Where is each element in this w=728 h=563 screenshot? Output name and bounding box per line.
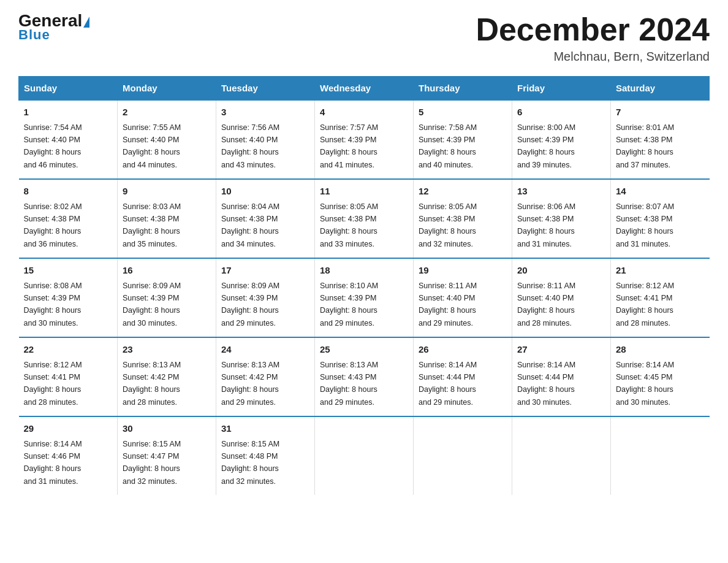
calendar-cell: 3Sunrise: 7:56 AMSunset: 4:40 PMDaylight… [216, 100, 315, 179]
day-info: Sunrise: 8:10 AMSunset: 4:39 PMDaylight:… [320, 282, 378, 327]
calendar-cell: 17Sunrise: 8:09 AMSunset: 4:39 PMDayligh… [216, 258, 315, 337]
calendar-cell: 6Sunrise: 8:00 AMSunset: 4:39 PMDaylight… [512, 100, 611, 179]
calendar-cell: 28Sunrise: 8:14 AMSunset: 4:45 PMDayligh… [611, 337, 710, 416]
calendar-cell [512, 416, 611, 495]
calendar-cell: 7Sunrise: 8:01 AMSunset: 4:38 PMDaylight… [611, 100, 710, 179]
calendar-cell: 14Sunrise: 8:07 AMSunset: 4:38 PMDayligh… [611, 179, 710, 258]
day-info: Sunrise: 8:05 AMSunset: 4:38 PMDaylight:… [320, 202, 378, 248]
calendar-cell: 10Sunrise: 8:04 AMSunset: 4:38 PMDayligh… [216, 179, 315, 258]
calendar-cell: 19Sunrise: 8:11 AMSunset: 4:40 PMDayligh… [414, 258, 512, 337]
calendar-cell [414, 416, 512, 495]
calendar-week-row: 15Sunrise: 8:08 AMSunset: 4:39 PMDayligh… [19, 258, 710, 337]
calendar-cell: 5Sunrise: 7:58 AMSunset: 4:39 PMDaylight… [414, 100, 512, 179]
day-number: 27 [517, 343, 605, 357]
day-info: Sunrise: 8:13 AMSunset: 4:42 PMDaylight:… [123, 361, 181, 407]
calendar-cell: 15Sunrise: 8:08 AMSunset: 4:39 PMDayligh… [19, 258, 118, 337]
day-number: 10 [221, 185, 309, 199]
day-number: 1 [24, 105, 113, 120]
day-info: Sunrise: 8:05 AMSunset: 4:38 PMDaylight:… [419, 202, 477, 248]
calendar-cell: 25Sunrise: 8:13 AMSunset: 4:43 PMDayligh… [315, 337, 414, 416]
calendar-week-row: 8Sunrise: 8:02 AMSunset: 4:38 PMDaylight… [19, 179, 710, 258]
day-info: Sunrise: 7:54 AMSunset: 4:40 PMDaylight:… [24, 123, 82, 169]
calendar-header-row: SundayMondayTuesdayWednesdayThursdayFrid… [19, 77, 710, 101]
col-header-tuesday: Tuesday [216, 77, 315, 101]
day-info: Sunrise: 8:01 AMSunset: 4:38 PMDaylight:… [616, 123, 674, 169]
day-number: 15 [24, 264, 113, 278]
day-info: Sunrise: 8:11 AMSunset: 4:40 PMDaylight:… [517, 282, 575, 327]
day-number: 21 [616, 264, 705, 278]
calendar-cell: 27Sunrise: 8:14 AMSunset: 4:44 PMDayligh… [512, 337, 611, 416]
day-number: 24 [221, 343, 309, 357]
day-info: Sunrise: 7:55 AMSunset: 4:40 PMDaylight:… [123, 123, 181, 169]
day-info: Sunrise: 8:14 AMSunset: 4:44 PMDaylight:… [517, 361, 575, 407]
day-info: Sunrise: 8:09 AMSunset: 4:39 PMDaylight:… [123, 282, 181, 327]
calendar-week-row: 29Sunrise: 8:14 AMSunset: 4:46 PMDayligh… [19, 416, 710, 495]
day-number: 9 [123, 185, 211, 199]
calendar-cell: 31Sunrise: 8:15 AMSunset: 4:48 PMDayligh… [216, 416, 315, 495]
day-info: Sunrise: 8:03 AMSunset: 4:38 PMDaylight:… [123, 202, 181, 248]
day-number: 5 [419, 105, 507, 120]
day-number: 12 [419, 185, 507, 199]
calendar-cell: 13Sunrise: 8:06 AMSunset: 4:38 PMDayligh… [512, 179, 611, 258]
calendar-cell: 16Sunrise: 8:09 AMSunset: 4:39 PMDayligh… [118, 258, 216, 337]
day-number: 7 [616, 105, 705, 120]
page-header: General Blue December 2024 Melchnau, Ber… [18, 12, 710, 64]
day-info: Sunrise: 7:57 AMSunset: 4:39 PMDaylight:… [320, 123, 378, 169]
calendar-week-row: 1Sunrise: 7:54 AMSunset: 4:40 PMDaylight… [19, 100, 710, 179]
day-info: Sunrise: 8:09 AMSunset: 4:39 PMDaylight:… [221, 282, 279, 327]
day-info: Sunrise: 8:08 AMSunset: 4:39 PMDaylight:… [24, 282, 82, 327]
calendar-cell: 8Sunrise: 8:02 AMSunset: 4:38 PMDaylight… [19, 179, 118, 258]
day-number: 22 [24, 343, 113, 357]
day-number: 29 [24, 422, 113, 436]
col-header-monday: Monday [118, 77, 216, 101]
day-info: Sunrise: 8:02 AMSunset: 4:38 PMDaylight:… [24, 202, 82, 248]
calendar-week-row: 22Sunrise: 8:12 AMSunset: 4:41 PMDayligh… [19, 337, 710, 416]
calendar-cell: 2Sunrise: 7:55 AMSunset: 4:40 PMDaylight… [118, 100, 216, 179]
day-info: Sunrise: 8:06 AMSunset: 4:38 PMDaylight:… [517, 202, 575, 248]
day-info: Sunrise: 8:12 AMSunset: 4:41 PMDaylight:… [616, 282, 674, 327]
calendar-cell: 12Sunrise: 8:05 AMSunset: 4:38 PMDayligh… [414, 179, 512, 258]
day-info: Sunrise: 8:14 AMSunset: 4:46 PMDaylight:… [24, 440, 82, 486]
day-number: 31 [221, 422, 309, 436]
col-header-saturday: Saturday [611, 77, 710, 101]
day-info: Sunrise: 8:13 AMSunset: 4:42 PMDaylight:… [221, 361, 279, 407]
day-info: Sunrise: 7:58 AMSunset: 4:39 PMDaylight:… [419, 123, 477, 169]
col-header-wednesday: Wednesday [315, 77, 414, 101]
day-number: 6 [517, 105, 605, 120]
day-number: 26 [419, 343, 507, 357]
month-title: December 2024 [476, 12, 710, 47]
calendar-cell: 20Sunrise: 8:11 AMSunset: 4:40 PMDayligh… [512, 258, 611, 337]
day-info: Sunrise: 8:14 AMSunset: 4:45 PMDaylight:… [616, 361, 674, 407]
calendar-cell: 9Sunrise: 8:03 AMSunset: 4:38 PMDaylight… [118, 179, 216, 258]
calendar-cell: 4Sunrise: 7:57 AMSunset: 4:39 PMDaylight… [315, 100, 414, 179]
col-header-friday: Friday [512, 77, 611, 101]
day-number: 17 [221, 264, 309, 278]
calendar-cell: 26Sunrise: 8:14 AMSunset: 4:44 PMDayligh… [414, 337, 512, 416]
day-info: Sunrise: 8:14 AMSunset: 4:44 PMDaylight:… [419, 361, 477, 407]
logo: General Blue [18, 12, 89, 43]
day-number: 3 [221, 105, 309, 120]
title-block: December 2024 Melchnau, Bern, Switzerlan… [476, 12, 710, 64]
day-number: 13 [517, 185, 605, 199]
calendar-table: SundayMondayTuesdayWednesdayThursdayFrid… [18, 76, 710, 495]
col-header-thursday: Thursday [414, 77, 512, 101]
calendar-cell: 21Sunrise: 8:12 AMSunset: 4:41 PMDayligh… [611, 258, 710, 337]
day-info: Sunrise: 7:56 AMSunset: 4:40 PMDaylight:… [221, 123, 279, 169]
day-number: 28 [616, 343, 705, 357]
day-info: Sunrise: 8:15 AMSunset: 4:48 PMDaylight:… [221, 440, 279, 486]
day-info: Sunrise: 8:12 AMSunset: 4:41 PMDaylight:… [24, 361, 82, 407]
day-number: 18 [320, 264, 408, 278]
calendar-cell: 11Sunrise: 8:05 AMSunset: 4:38 PMDayligh… [315, 179, 414, 258]
day-info: Sunrise: 8:15 AMSunset: 4:47 PMDaylight:… [123, 440, 181, 486]
location: Melchnau, Bern, Switzerland [476, 50, 710, 64]
day-number: 16 [123, 264, 211, 278]
calendar-cell: 29Sunrise: 8:14 AMSunset: 4:46 PMDayligh… [19, 416, 118, 495]
calendar-cell: 23Sunrise: 8:13 AMSunset: 4:42 PMDayligh… [118, 337, 216, 416]
day-number: 19 [419, 264, 507, 278]
day-number: 23 [123, 343, 211, 357]
day-number: 30 [123, 422, 211, 436]
day-number: 11 [320, 185, 408, 199]
day-info: Sunrise: 8:07 AMSunset: 4:38 PMDaylight:… [616, 202, 674, 248]
day-number: 20 [517, 264, 605, 278]
day-info: Sunrise: 8:04 AMSunset: 4:38 PMDaylight:… [221, 202, 279, 248]
